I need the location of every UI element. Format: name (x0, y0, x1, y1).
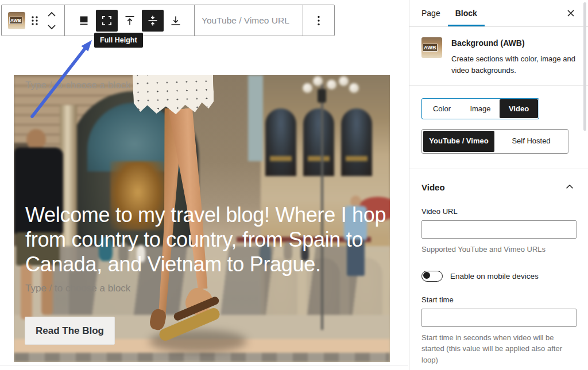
vertical-align-bottom-button[interactable] (165, 10, 187, 32)
background-source-controls: Color Image Video YouTube / Vimeo Self H… (409, 86, 588, 169)
source-tab-image[interactable]: Image (461, 99, 500, 118)
canvas-bottom-divider (0, 365, 408, 365)
read-the-blog-button[interactable]: Read The Blog (25, 317, 115, 345)
block-title: Background (AWB) (451, 38, 576, 48)
close-sidebar-button[interactable] (562, 4, 580, 22)
vertical-align-center-button[interactable] (142, 10, 164, 32)
photo-skirt (133, 75, 215, 116)
block-movers (44, 8, 60, 33)
toolbar-group-block: AWB (2, 5, 65, 36)
sidebar-scrollbar[interactable] (583, 2, 586, 131)
full-height-button[interactable] (96, 10, 118, 32)
video-url-help: Supported YouTube and Vimeo URLs (421, 244, 576, 255)
block-card-text: Background (AWB) Create sections with co… (451, 37, 576, 76)
toolbar-group-awb (65, 5, 195, 36)
awb-block-icon: AWB (421, 37, 442, 58)
editor-canvas: AWB (0, 0, 409, 370)
move-down-button[interactable] (44, 21, 60, 33)
toggle-knob (423, 272, 430, 279)
video-panel-header[interactable]: Video (421, 181, 576, 193)
source-tab-video[interactable]: Video (500, 99, 538, 118)
full-height-tooltip: Full Height (94, 33, 143, 48)
full-width-icon (77, 14, 91, 28)
video-panel-title: Video (421, 182, 445, 192)
align-bottom-icon (169, 14, 183, 28)
block-switcher-button[interactable]: AWB (8, 12, 25, 29)
tab-block[interactable]: Block (448, 0, 485, 26)
video-panel: Video Video URL Supported YouTube and Vi… (409, 169, 588, 370)
source-type-group: Color Image Video (421, 98, 539, 119)
video-type-self-hosted[interactable]: Self Hosted (496, 131, 567, 152)
paragraph-placeholder-top[interactable]: Type / to choose a block (25, 80, 130, 91)
block-card: AWB Background (AWB) Create sections wit… (409, 27, 588, 86)
move-up-button[interactable] (44, 8, 60, 21)
mobile-toggle-label: Enable on mobile devices (450, 272, 539, 281)
drag-handle-icon[interactable] (29, 14, 40, 28)
toolbar-group-options (303, 5, 334, 36)
source-tab-color[interactable]: Color (423, 99, 461, 118)
toolbar-group-url (195, 5, 303, 36)
start-time-help: Start time in seconds when video will be… (421, 332, 576, 366)
start-time-input[interactable] (421, 309, 577, 327)
block-toolbar: AWB (1, 5, 335, 36)
awb-block-icon: AWB (9, 17, 22, 24)
gutenberg-editor: AWB (0, 0, 588, 370)
align-top-icon (123, 14, 137, 28)
video-url-toolbar-input[interactable] (195, 5, 303, 36)
start-time-label: Start time (421, 295, 576, 304)
options-menu-button[interactable] (308, 10, 330, 32)
kebab-menu-icon (312, 14, 326, 28)
heading-line: Welcome to my travel blog! Where I hop (25, 202, 370, 227)
video-url-input[interactable] (421, 220, 577, 239)
full-height-icon (100, 14, 114, 28)
heading-line: from country to country, from Spain to (25, 227, 370, 252)
sidebar-header: Page Block (409, 0, 588, 27)
video-url-label: Video URL (421, 207, 576, 216)
heading-line: Canada, and Vietnam to Prague. (25, 252, 370, 276)
video-type-group: YouTube / Vimeo Self Hosted (421, 129, 568, 154)
video-type-youtube-vimeo[interactable]: YouTube / Vimeo (423, 131, 494, 152)
awb-block-preview[interactable]: Type / to choose a block Welcome to my t… (14, 75, 390, 362)
mobile-toggle-row: Enable on mobile devices (421, 271, 576, 282)
vertical-align-top-button[interactable] (119, 10, 141, 32)
enable-mobile-toggle[interactable] (421, 271, 443, 282)
hero-heading[interactable]: Welcome to my travel blog! Where I hop f… (25, 202, 370, 276)
close-icon (565, 7, 577, 19)
block-description: Create sections with color, image and vi… (451, 53, 576, 76)
tab-page[interactable]: Page (414, 0, 448, 26)
full-width-button[interactable] (73, 10, 95, 32)
align-center-icon (146, 14, 160, 28)
chevron-up-icon (563, 181, 576, 193)
paragraph-placeholder-bottom[interactable]: Type / to choose a block (25, 283, 130, 294)
settings-sidebar: Page Block AWB Background (AWB) Create s… (409, 0, 588, 370)
